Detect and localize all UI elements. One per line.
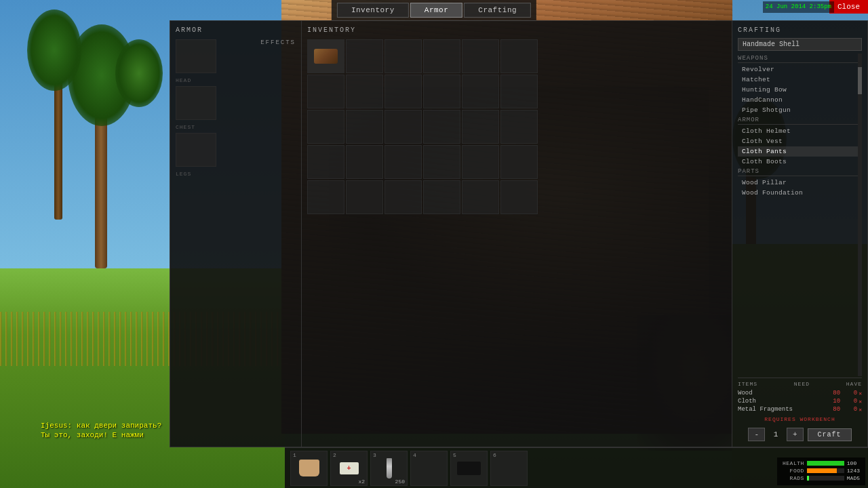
tree-foliage-3 bbox=[115, 39, 163, 107]
inv-cell-20[interactable] bbox=[384, 145, 422, 179]
item-row-metal: Metal Fragments 80 0 ✕ bbox=[738, 405, 862, 413]
bandage-icon bbox=[340, 462, 359, 474]
inv-cell-19[interactable] bbox=[346, 145, 383, 179]
tab-crafting[interactable]: Crafting bbox=[464, 3, 531, 18]
inv-cell-27[interactable] bbox=[423, 180, 460, 214]
inv-cell-11[interactable] bbox=[500, 75, 538, 108]
inv-cell-22[interactable] bbox=[462, 145, 499, 179]
hotbar-slot-2[interactable]: 2 x2 bbox=[330, 451, 368, 486]
close-button[interactable]: Close bbox=[829, 0, 868, 14]
inv-cell-21[interactable] bbox=[423, 145, 460, 179]
chat-line-1: Ijesus: как двери запирать? bbox=[41, 422, 161, 430]
item-cloth-have: 0 bbox=[840, 398, 857, 405]
inv-cell-23[interactable] bbox=[500, 145, 538, 179]
inv-cell-29[interactable] bbox=[500, 180, 538, 214]
inv-cell-13[interactable] bbox=[346, 110, 383, 144]
hotbar-count-3: 250 bbox=[395, 479, 405, 485]
inv-cell-0[interactable] bbox=[307, 39, 344, 73]
crafting-search[interactable] bbox=[738, 38, 862, 51]
items-label: ITEMS bbox=[738, 381, 757, 387]
tab-armor[interactable]: Armor bbox=[410, 3, 463, 18]
inv-cell-26[interactable] bbox=[384, 180, 422, 214]
wood-logs-icon bbox=[314, 49, 338, 64]
hotbar-slot-6[interactable]: 6 bbox=[490, 451, 528, 486]
hotbar-slot-1[interactable]: 1 bbox=[290, 451, 328, 486]
armor-panel: ARMOR HEAD CHEST LEGS EFFECTS bbox=[170, 20, 302, 447]
armor-slot-head[interactable] bbox=[176, 39, 216, 73]
have-label: HAVE bbox=[846, 381, 862, 387]
tree-foliage-2 bbox=[27, 9, 81, 91]
crafting-item-cloth-boots[interactable]: Cloth Boots bbox=[738, 157, 862, 167]
crafting-scrollbar-thumb bbox=[858, 67, 862, 94]
inv-cell-14[interactable] bbox=[384, 110, 422, 144]
crafting-scrollbar[interactable] bbox=[858, 54, 862, 376]
tab-inventory[interactable]: Inventory bbox=[337, 3, 409, 18]
crafting-item-cloth-helmet[interactable]: Cloth Helmet bbox=[738, 126, 862, 136]
inv-cell-3[interactable] bbox=[423, 39, 460, 73]
inv-cell-17[interactable] bbox=[500, 110, 538, 144]
hud-food-row: FOOD 1243 bbox=[783, 468, 860, 474]
inv-cell-9[interactable] bbox=[423, 75, 460, 108]
inv-cell-25[interactable] bbox=[346, 180, 383, 214]
hud-rads-val: MAD5 bbox=[847, 475, 860, 481]
armor-slot-legs[interactable] bbox=[176, 133, 216, 167]
crafting-item-handcannon[interactable]: HandCannon bbox=[738, 95, 862, 105]
inv-cell-24[interactable] bbox=[307, 180, 344, 214]
hotbar-num-2: 2 bbox=[333, 452, 336, 458]
inv-cell-28[interactable] bbox=[462, 180, 499, 214]
hud-rads-row: RADS MAD5 bbox=[783, 475, 860, 481]
inv-cell-1[interactable] bbox=[346, 39, 383, 73]
item-cloth-name: Cloth bbox=[738, 398, 820, 405]
armor-slot-chest[interactable] bbox=[176, 86, 216, 120]
item-row-wood: Wood 80 0 ✕ bbox=[738, 389, 862, 397]
craft-button[interactable]: Craft bbox=[808, 428, 852, 441]
inv-cell-5[interactable] bbox=[500, 39, 538, 73]
hotbar-slot-3[interactable]: 3 250 bbox=[370, 451, 408, 486]
crafting-item-cloth-pants[interactable]: Cloth Pants bbox=[738, 146, 862, 157]
crafting-item-pipe-shotgun[interactable]: Pipe Shotgun bbox=[738, 105, 862, 115]
inv-cell-6[interactable] bbox=[307, 75, 344, 108]
item-wood-need: 80 bbox=[820, 390, 840, 396]
item-row-cloth: Cloth 10 0 ✕ bbox=[738, 397, 862, 405]
requires-workbench: REQUIRES WORKBENCH bbox=[738, 416, 862, 422]
crafting-item-wood-pillar[interactable]: Wood Pillar bbox=[738, 178, 862, 188]
inv-cell-18[interactable] bbox=[307, 145, 344, 179]
item-wood-have: 0 bbox=[840, 390, 857, 396]
inv-cell-2[interactable] bbox=[384, 39, 422, 73]
hotbar-slot-4[interactable]: 4 bbox=[410, 451, 448, 486]
item-cloth-x: ✕ bbox=[859, 399, 862, 405]
inv-cell-10[interactable] bbox=[462, 75, 499, 108]
inv-cell-7[interactable] bbox=[346, 75, 383, 108]
inv-cell-16[interactable] bbox=[462, 110, 499, 144]
armor-panel-title: ARMOR bbox=[176, 26, 296, 34]
armor-slot-chest-label: CHEST bbox=[176, 124, 195, 130]
crafting-item-hatchet[interactable]: Hatchet bbox=[738, 75, 862, 85]
crafting-item-cloth-vest[interactable]: Cloth Vest bbox=[738, 136, 862, 146]
item-metal-need: 80 bbox=[820, 406, 840, 413]
crafting-item-hunting-bow[interactable]: Hunting Bow bbox=[738, 85, 862, 95]
hud-food-val: 1243 bbox=[847, 468, 860, 474]
item-metal-name: Metal Fragments bbox=[738, 406, 820, 413]
armor-slot-legs-container: LEGS bbox=[176, 133, 216, 177]
hotbar-slot-5[interactable]: 5 bbox=[450, 451, 488, 486]
armor-slot-legs-label: LEGS bbox=[176, 171, 191, 177]
inv-cell-15[interactable] bbox=[423, 110, 460, 144]
chat-line-2: Ты это, заходи! Е нажми bbox=[41, 431, 161, 439]
hud-health-bar bbox=[807, 461, 844, 466]
hud-rads-fill bbox=[807, 476, 809, 481]
crafting-item-wood-foundation[interactable]: Wood Foundation bbox=[738, 188, 862, 198]
timestamp: 24 Jun 2014 2:35pm bbox=[763, 1, 834, 13]
inv-cell-8[interactable] bbox=[384, 75, 422, 108]
items-header: ITEMS NEED HAVE bbox=[738, 381, 862, 387]
inv-cell-12[interactable] bbox=[307, 110, 344, 144]
craft-plus-button[interactable]: + bbox=[787, 428, 804, 441]
hud-health-label: HEALTH bbox=[783, 460, 804, 466]
hud-stats: HEALTH 100 FOOD 1243 RADS MAD5 bbox=[777, 458, 865, 485]
craft-controls: - 1 + Craft bbox=[738, 428, 862, 441]
craft-minus-button[interactable]: - bbox=[748, 428, 765, 441]
items-section: ITEMS NEED HAVE Wood 80 0 ✕ Cloth 10 0 ✕… bbox=[738, 378, 862, 413]
hand-icon bbox=[299, 460, 319, 476]
inv-cell-4[interactable] bbox=[462, 39, 499, 73]
hotbar-num-4: 4 bbox=[413, 452, 416, 458]
crafting-item-revolver[interactable]: Revolver bbox=[738, 64, 862, 75]
